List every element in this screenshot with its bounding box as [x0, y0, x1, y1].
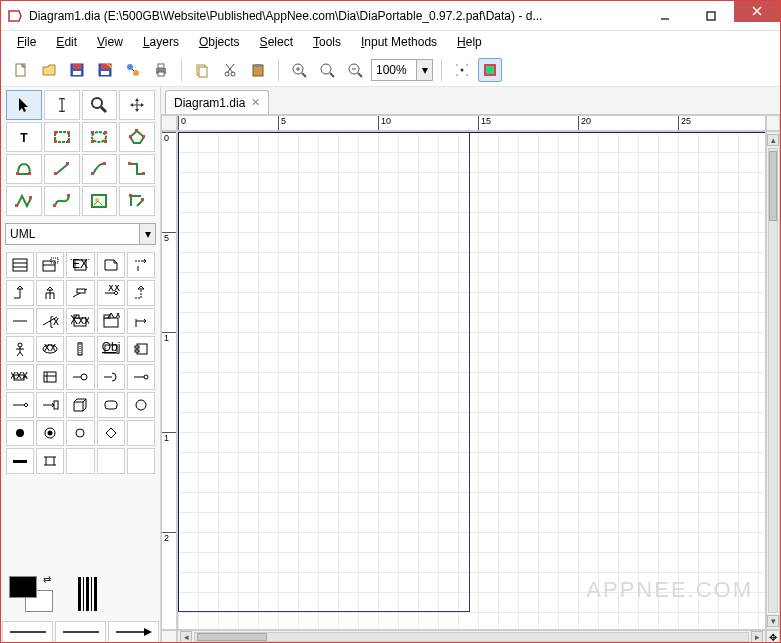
- menu-tools[interactable]: Tools: [307, 33, 347, 51]
- scroll-right-button[interactable]: ▸: [751, 631, 763, 643]
- uml-connector[interactable]: [36, 392, 64, 418]
- ellipse-tool[interactable]: [82, 122, 118, 152]
- uml-branch[interactable]: [36, 448, 64, 474]
- arc-tool[interactable]: [82, 154, 118, 184]
- zoom-select[interactable]: ▾: [371, 59, 433, 81]
- outline-tool[interactable]: [119, 186, 155, 216]
- fg-bg-swatch[interactable]: ⇄: [9, 576, 53, 612]
- uml-interface[interactable]: [127, 392, 155, 418]
- uml-transition[interactable]: [6, 392, 34, 418]
- uml-state-label[interactable]: xxx: [6, 364, 34, 390]
- scroll-tool[interactable]: [119, 90, 155, 120]
- beziergon-tool[interactable]: [6, 154, 42, 184]
- arrow-end-style[interactable]: [108, 621, 159, 643]
- zoom-input[interactable]: [372, 60, 416, 80]
- swap-colors-icon[interactable]: ⇄: [43, 574, 51, 585]
- uml-realizes[interactable]: [6, 280, 34, 306]
- uml-fork[interactable]: [6, 448, 34, 474]
- maximize-button[interactable]: [688, 2, 734, 30]
- new-button[interactable]: [9, 58, 33, 82]
- image-tool[interactable]: [82, 186, 118, 216]
- menu-layers[interactable]: Layers: [137, 33, 185, 51]
- sheet-dropdown-arrow[interactable]: ▾: [139, 224, 155, 244]
- close-button[interactable]: [734, 1, 780, 22]
- uml-shape-empty[interactable]: [127, 448, 155, 474]
- polygon-tool[interactable]: [119, 122, 155, 152]
- save-as-button[interactable]: [93, 58, 117, 82]
- menu-edit[interactable]: Edit: [50, 33, 83, 51]
- uml-generalization[interactable]: [36, 280, 64, 306]
- menu-select[interactable]: Select: [254, 33, 299, 51]
- uml-junction[interactable]: [66, 420, 94, 446]
- tab-close-icon[interactable]: ✕: [251, 96, 260, 109]
- menu-objects[interactable]: Objects: [193, 33, 246, 51]
- uml-simple-line[interactable]: [127, 364, 155, 390]
- uml-node[interactable]: [66, 392, 94, 418]
- uml-implements[interactable]: [127, 280, 155, 306]
- uml-note-paper[interactable]: [97, 252, 125, 278]
- uml-component[interactable]: [127, 336, 155, 362]
- uml-state[interactable]: [97, 392, 125, 418]
- box-tool[interactable]: [44, 122, 80, 152]
- zoom-in-button[interactable]: [287, 58, 311, 82]
- uml-provided-interface[interactable]: [66, 364, 94, 390]
- horizontal-scrollbar[interactable]: ◂ ▸: [177, 630, 766, 643]
- polyline-tool[interactable]: [6, 186, 42, 216]
- uml-actor[interactable]: [6, 336, 34, 362]
- uml-class-template[interactable]: [36, 252, 64, 278]
- paste-button[interactable]: [246, 58, 270, 82]
- uml-constraint[interactable]: {xxx}: [36, 308, 64, 334]
- nav-button[interactable]: ✥: [766, 630, 780, 643]
- uml-shape-empty[interactable]: [66, 448, 94, 474]
- zoom-out-button[interactable]: [343, 58, 367, 82]
- arrow-start-style[interactable]: [2, 621, 53, 643]
- copy-button[interactable]: [190, 58, 214, 82]
- save-button[interactable]: [65, 58, 89, 82]
- line-dash-style[interactable]: [55, 621, 106, 643]
- vertical-scrollbar[interactable]: ▴ ▾: [766, 131, 780, 630]
- open-button[interactable]: [37, 58, 61, 82]
- uml-initial-state[interactable]: [6, 420, 34, 446]
- menu-input-methods[interactable]: Input Methods: [355, 33, 443, 51]
- ruler-horizontal[interactable]: 0510152025: [177, 115, 766, 131]
- ruler-vertical[interactable]: 051122: [161, 131, 177, 630]
- uml-small-package[interactable]: Xxx: [66, 308, 94, 334]
- zoom-dropdown-arrow[interactable]: ▾: [416, 60, 432, 80]
- cut-button[interactable]: [218, 58, 242, 82]
- uml-object[interactable]: Obj: [97, 336, 125, 362]
- document-tab[interactable]: Diagram1.dia ✕: [165, 90, 269, 114]
- snap-grid-button[interactable]: [450, 58, 474, 82]
- menu-view[interactable]: View: [91, 33, 129, 51]
- scroll-up-button[interactable]: ▴: [767, 134, 779, 146]
- uml-lifeline[interactable]: [66, 336, 94, 362]
- uml-usecase[interactable]: xx: [36, 336, 64, 362]
- line-tool[interactable]: [44, 154, 80, 184]
- uml-final-state[interactable]: [36, 420, 64, 446]
- pointer-tool[interactable]: [6, 90, 42, 120]
- uml-class-icon[interactable]: [36, 364, 64, 390]
- uml-shape-empty[interactable]: [97, 448, 125, 474]
- text-tool[interactable]: T: [6, 122, 42, 152]
- menu-file[interactable]: File: [11, 33, 42, 51]
- print-button[interactable]: [149, 58, 173, 82]
- hscroll-thumb[interactable]: [197, 633, 267, 641]
- line-pattern-preview[interactable]: [63, 576, 111, 612]
- uml-aggregation[interactable]: xxx: [97, 280, 125, 306]
- export-button[interactable]: [121, 58, 145, 82]
- magnify-tool[interactable]: [82, 90, 118, 120]
- vscroll-thumb[interactable]: [769, 151, 777, 221]
- uml-required-interface[interactable]: [97, 364, 125, 390]
- uml-note[interactable]: TEXT: [66, 252, 94, 278]
- menu-help[interactable]: Help: [451, 33, 488, 51]
- uml-class[interactable]: [6, 252, 34, 278]
- uml-link[interactable]: [6, 308, 34, 334]
- scroll-down-button[interactable]: ▾: [767, 615, 779, 627]
- uml-decision[interactable]: [97, 420, 125, 446]
- scroll-left-button[interactable]: ◂: [180, 631, 192, 643]
- uml-large-package[interactable]: Xxx: [97, 308, 125, 334]
- uml-dependency[interactable]: [127, 252, 155, 278]
- text-edit-tool[interactable]: [44, 90, 80, 120]
- snap-objects-button[interactable]: [478, 58, 502, 82]
- zigzag-tool[interactable]: [119, 154, 155, 184]
- uml-association[interactable]: [66, 280, 94, 306]
